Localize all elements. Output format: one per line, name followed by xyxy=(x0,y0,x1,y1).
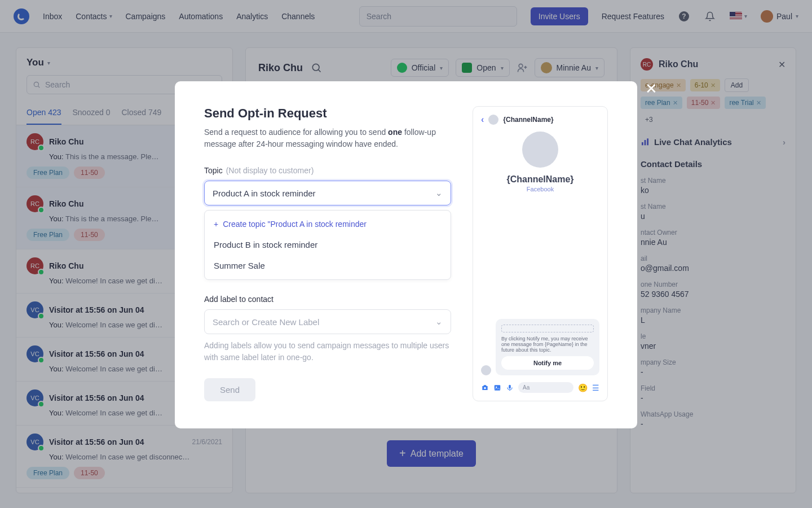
create-topic-option[interactable]: + Create topic "Product A in stock remin… xyxy=(205,214,451,234)
topic-dropdown: + Create topic "Product A in stock remin… xyxy=(204,210,451,280)
svg-rect-13 xyxy=(495,385,501,390)
menu-icon: ☰ xyxy=(592,383,599,392)
preview-message-card: By clicking Notify me, you may receive o… xyxy=(496,319,599,375)
camera-icon xyxy=(481,384,489,392)
message-preview: ‹ {ChannelName} {ChannelName} Facebook B… xyxy=(473,106,608,401)
preview-input-row: Aa 🙂 ☰ xyxy=(481,382,599,393)
preview-image-placeholder xyxy=(501,325,594,332)
back-icon: ‹ xyxy=(481,115,484,125)
modal-backdrop[interactable]: ✕ Send Opt-in Request Send a request to … xyxy=(0,0,812,508)
topic-combobox[interactable]: Product A in stock reminder ⌄ xyxy=(204,181,451,205)
label-combobox[interactable]: Search or Create New Label ⌄ xyxy=(204,309,451,334)
plus-icon: + xyxy=(214,220,218,229)
label-help-text: Adding labels allow you to send campaign… xyxy=(204,340,451,364)
opt-in-modal: ✕ Send Opt-in Request Send a request to … xyxy=(175,81,637,428)
preview-channel-name-large: {ChannelName} xyxy=(506,174,573,185)
preview-disclaimer: By clicking Notify me, you may receive o… xyxy=(501,336,594,353)
preview-header: ‹ {ChannelName} xyxy=(481,115,599,125)
topic-option[interactable]: Product B in stock reminder xyxy=(205,234,451,255)
add-label-title: Add label to contact xyxy=(204,295,451,304)
image-icon xyxy=(493,384,501,392)
send-button[interactable]: Send xyxy=(204,378,255,401)
chevron-down-icon: ⌄ xyxy=(435,188,443,198)
preview-channel-name: {ChannelName} xyxy=(503,116,553,124)
chevron-down-icon: ⌄ xyxy=(435,317,443,327)
modal-title: Send Opt-in Request xyxy=(204,106,451,121)
topic-label: Topic(Not display to customer) xyxy=(204,166,451,175)
preview-text-input: Aa xyxy=(518,382,573,393)
preview-notify-button: Notify me xyxy=(501,356,594,370)
label-placeholder: Search or Create New Label xyxy=(213,317,319,327)
preview-profile: {ChannelName} Facebook xyxy=(481,132,599,192)
preview-avatar-large xyxy=(522,132,558,168)
preview-platform: Facebook xyxy=(527,186,554,192)
modal-description: Send a request to audience for allowing … xyxy=(204,126,451,150)
preview-message-row: By clicking Notify me, you may receive o… xyxy=(481,319,599,375)
svg-point-12 xyxy=(484,387,486,389)
topic-option[interactable]: Summer Sale xyxy=(205,255,451,276)
modal-close-icon[interactable]: ✕ xyxy=(645,80,657,98)
preview-sender-avatar xyxy=(481,365,491,375)
mic-icon xyxy=(506,384,514,392)
emoji-icon: 🙂 xyxy=(578,383,588,392)
topic-value: Product A in stock reminder xyxy=(213,189,316,198)
preview-avatar-small xyxy=(488,115,498,125)
svg-rect-15 xyxy=(509,384,511,388)
